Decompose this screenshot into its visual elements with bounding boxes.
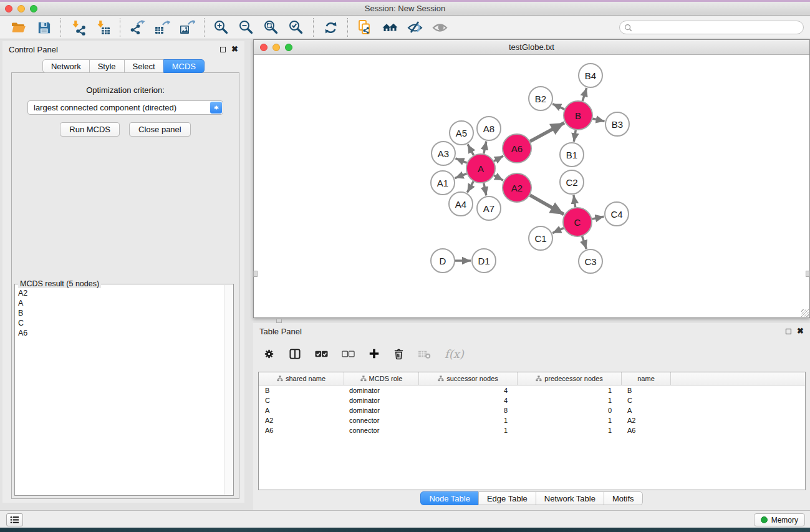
import-table-icon[interactable] [90,17,115,37]
search-field[interactable] [619,21,804,34]
toolbar-separator [313,18,314,37]
graph-edge-A-A8[interactable] [484,142,486,154]
column-header-name[interactable]: name [622,372,671,385]
main-toolbar [0,16,810,39]
tab-network-table[interactable]: Network Table [536,491,604,505]
minimize-window-button[interactable] [17,5,25,12]
zoom-selected-icon[interactable] [284,17,309,37]
network-minimize-button[interactable] [272,44,280,51]
tab-network[interactable]: Network [42,59,90,73]
column-header-shared-name[interactable]: shared name [259,372,344,385]
toolbar-separator [120,18,120,37]
table-panel-title: Table Panel [259,327,302,336]
table-toolbar: f(x) [253,341,810,367]
graph-node-label-C1: C1 [534,233,546,244]
tab-select[interactable]: Select [124,59,164,73]
network-canvas[interactable]: B4B2BB3A8A5A6A3B1AA1C2A2A4A7C4CC1C3DD1 [254,56,809,317]
export-table-icon[interactable] [150,17,175,37]
result-item[interactable]: A2 [18,288,230,298]
result-item[interactable]: A [18,298,230,308]
float-table-panel-icon[interactable] [786,329,791,334]
show-graphics-details-icon [427,17,452,37]
bottom-splitter-handle[interactable] [276,319,282,323]
network-close-button[interactable] [260,44,268,51]
graph-edge-C-C1[interactable] [552,228,564,233]
graph-edge-A-A7[interactable] [484,183,486,196]
table-row[interactable]: Cdominator41C [259,395,805,405]
hide-graphics-details-icon[interactable] [402,17,427,37]
column-header-predecessor-nodes[interactable]: predecessor nodes [518,372,622,385]
search-input[interactable] [635,22,803,33]
graph-edge-A-A3[interactable] [455,158,466,163]
graph-edge-C-C2[interactable] [574,195,576,207]
graph-edge-C-C3[interactable] [582,236,587,249]
graph-node-label-A7: A7 [483,203,494,214]
network-zoom-button[interactable] [285,44,292,51]
memory-status-icon [761,516,768,523]
graph-edge-B-B4[interactable] [582,88,587,101]
delete-columns-icon[interactable] [393,348,404,360]
tab-style[interactable]: Style [89,59,125,73]
float-panel-icon[interactable] [220,47,226,52]
clone-network-icon[interactable] [352,17,377,37]
graph-edge-B-B1[interactable] [574,130,576,142]
graph-edge-C-C4[interactable] [592,216,604,219]
deselect-all-rows-icon[interactable] [342,350,355,358]
table-header-row: shared name MCDS role successor nodes pr… [259,372,805,385]
memory-button[interactable]: Memory [754,513,805,526]
right-splitter-handle[interactable] [806,271,810,277]
result-item[interactable]: B [18,308,230,318]
graph-edge-A-A4[interactable] [467,181,473,193]
column-header-mcds-role[interactable]: MCDS role [344,372,419,385]
tab-node-table[interactable]: Node Table [420,491,479,505]
dropdown-stepper-icon[interactable] [210,102,222,114]
graph-edge-B-B3[interactable] [592,118,604,121]
export-network-icon[interactable] [125,17,150,37]
table-row[interactable]: Adominator80A [259,405,805,415]
table-row[interactable]: Bdominator41B [259,385,805,395]
graph-edge-A-A5[interactable] [468,144,474,155]
left-splitter-handle[interactable] [253,271,258,277]
save-session-icon[interactable] [31,17,56,37]
show-columns-icon[interactable] [289,348,301,360]
graph-node-label-A5: A5 [456,128,467,138]
select-all-rows-icon[interactable] [315,350,328,358]
zoom-fit-icon[interactable] [259,17,284,37]
graph-edge-B-B2[interactable] [552,104,564,110]
graph-edge-A-A2[interactable] [494,175,503,180]
result-item[interactable]: C [18,318,230,328]
criterion-dropdown[interactable]: largest connected component (directed) [27,100,223,115]
tab-mcds[interactable]: MCDS [163,59,205,73]
tab-motifs[interactable]: Motifs [604,491,643,505]
close-panel-icon[interactable]: ✖ [231,46,238,52]
graph-node-label-C4: C4 [610,209,622,220]
column-header-successor-nodes[interactable]: successor nodes [419,372,518,385]
graph-edge-A-A6[interactable] [494,156,503,161]
import-network-icon[interactable] [65,17,90,37]
zoom-window-button[interactable] [30,5,37,12]
resize-grip-icon[interactable] [801,309,809,317]
home-icon[interactable] [377,17,402,37]
graph-edge-A2-C[interactable] [530,195,564,215]
tab-edge-table[interactable]: Edge Table [478,491,536,505]
result-item[interactable]: A6 [18,328,230,338]
table-settings-icon[interactable] [263,348,275,360]
zoom-out-icon[interactable] [234,17,259,37]
table-row[interactable]: A6connector11A6 [259,425,805,435]
zoom-in-icon[interactable] [209,17,234,37]
task-history-button[interactable] [6,513,23,526]
create-column-icon[interactable] [369,348,380,359]
close-table-panel-icon[interactable]: ✖ [797,328,804,334]
close-window-button[interactable] [5,5,12,12]
toolbar-separator [204,18,205,37]
graph-edge-A6-B[interactable] [530,123,564,142]
table-row[interactable]: A2connector11A2 [259,415,805,425]
open-session-icon[interactable] [6,17,31,37]
graph-edge-A-A1[interactable] [455,173,467,178]
run-mcds-button[interactable]: Run MCDS [60,122,120,137]
mcds-result-box: MCDS result (5 nodes) A2 A B C A6 [14,284,234,496]
refresh-icon[interactable] [318,17,343,37]
close-panel-button[interactable]: Close panel [129,122,191,137]
export-image-icon[interactable] [175,17,200,37]
result-scrollbar[interactable] [224,285,233,495]
